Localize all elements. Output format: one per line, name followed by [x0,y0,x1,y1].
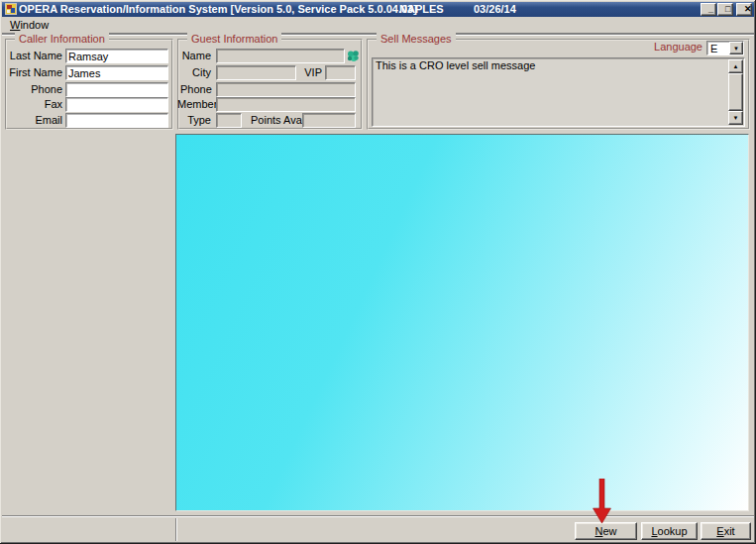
last-name-input[interactable] [65,49,168,63]
fax-label: Fax [9,98,62,110]
fax-input[interactable] [65,97,168,112]
email-label: Email [9,114,62,126]
sell-messages-title: Sell Messages [377,33,456,45]
last-name-label: Last Name [9,50,62,61]
window-controls: _ □ ✕ [701,3,752,16]
sell-message-text: This is a CRO level sell message [376,59,726,71]
annotation-arrow-icon [592,479,611,524]
sell-messages-scrollbar[interactable]: ▲ ▼ [728,59,743,125]
language-label: Language [654,41,702,53]
guest-phone-input[interactable] [216,82,356,97]
language-dropdown-button[interactable]: ▼ [729,42,743,54]
dropdown-arrow-icon: ▼ [730,43,742,54]
member-input[interactable] [216,97,356,112]
minimize-icon: _ [708,4,713,14]
exit-button[interactable]: Exit [701,522,751,540]
close-icon: ✕ [744,4,752,14]
city-input[interactable] [216,65,296,80]
guest-information-title: Guest Information [187,33,281,45]
app-icon [5,3,17,15]
window-title: OPERA Reservation/Information System [Ve… [19,3,417,15]
language-value: E [710,43,717,54]
title-bar: OPERA Reservation/Information System [Ve… [2,2,754,17]
guest-name-label: Name [180,50,211,61]
scrollbar-thumb[interactable] [728,73,743,111]
guest-name-input[interactable] [216,49,345,63]
guest-information-panel: Guest Information Name City VIP Phone Me… [177,39,363,130]
sell-messages-panel: Sell Messages Language E ▼ This is a CRO… [367,39,750,130]
cro-name: NAPLES [399,3,444,15]
scroll-up-button[interactable]: ▲ [728,59,743,73]
maximize-button[interactable]: □ [717,3,733,16]
points-avail-label: Points Avail [251,114,299,126]
caller-email-row: Email [7,113,171,128]
scrollbar-track[interactable] [728,73,743,111]
statusbar-separator [2,515,754,516]
guest-member-row: Member [179,97,361,112]
guest-phone-label: Phone [180,83,211,95]
new-button[interactable]: New [575,522,637,540]
type-input[interactable] [216,113,242,128]
lookup-button[interactable]: Lookup [641,522,698,540]
city-label: City [180,66,211,78]
scroll-down-button[interactable]: ▼ [728,111,743,125]
statusbar-divider [175,518,176,541]
caller-information-panel: Caller Information Last Name First Name … [5,39,173,130]
type-label: Type [180,114,211,126]
language-select[interactable]: E ▼ [706,41,744,55]
name-lookup-icon[interactable] [347,50,360,62]
sell-message-box: This is a CRO level sell message ▲ ▼ [372,57,745,127]
close-button[interactable]: ✕ [736,3,752,16]
vip-label: VIP [302,66,322,78]
business-date: 03/26/14 [474,3,516,15]
caller-information-title: Caller Information [15,33,109,45]
caller-phone-label: Phone [9,83,62,95]
guest-city-row: City VIP [179,65,361,80]
points-avail-input[interactable] [302,113,356,128]
guest-phone-row: Phone [179,82,361,97]
menu-item-window[interactable]: Window [6,18,53,32]
minimize-button[interactable]: _ [701,3,716,16]
caller-phone-input[interactable] [65,82,168,97]
menu-bar: Window [2,17,754,33]
opera-application-window: OPERA Reservation/Information System [Ve… [0,0,756,544]
caller-fax-row: Fax [7,97,171,112]
first-name-input[interactable] [65,65,168,80]
maximize-icon: □ [725,4,730,14]
caller-phone-row: Phone [7,82,171,97]
first-name-label: First Name [9,66,62,78]
main-workspace-canvas [175,134,749,511]
vip-input[interactable] [325,65,356,80]
guest-type-row: Type Points Avail [179,113,361,128]
status-bar: New Lookup Exit [2,517,754,542]
caller-last-name-row: Last Name [7,49,171,63]
member-label: Member [177,98,211,110]
caller-first-name-row: First Name [7,65,171,80]
scroll-down-icon: ▼ [729,113,742,124]
guest-name-row: Name [179,49,361,63]
scroll-up-icon: ▲ [729,61,742,72]
email-input[interactable] [65,113,168,128]
